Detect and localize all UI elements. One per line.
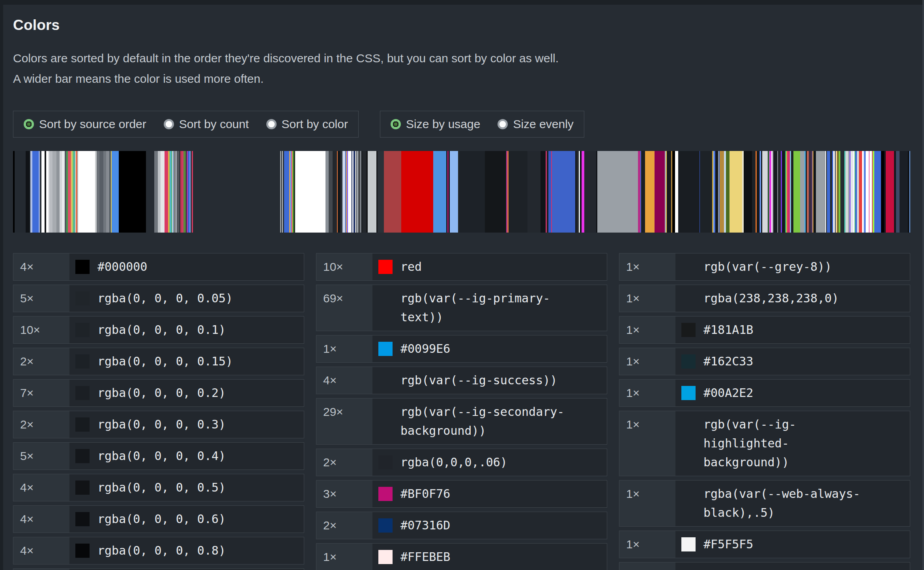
color-swatch — [378, 260, 393, 274]
color-cell: #07316D — [372, 512, 607, 539]
color-value: rgba(0, 0, 0, 0.3) — [97, 415, 226, 434]
spectrum-bar — [726, 151, 729, 233]
color-cell: rgba(0,0,0,.06) — [372, 449, 607, 476]
spectrum-bar — [106, 151, 109, 233]
color-swatch — [681, 291, 696, 305]
spectrum-bar — [146, 151, 155, 233]
color-row: 2×rgba(0, 0, 0, 0.3) — [13, 411, 304, 438]
color-value: rgba(var(--web-always-black),.5) — [703, 484, 872, 522]
color-row: 1×#181A1B — [619, 316, 910, 344]
color-cell: rgb(var(--grey-8)) — [675, 253, 910, 280]
color-row: 4×rgba(0, 0, 0, 0.8) — [13, 537, 304, 564]
section-description: Colors are sorted by default in the orde… — [13, 48, 910, 89]
spectrum-bar — [368, 151, 376, 233]
color-row: 1×#0099E6 — [316, 335, 607, 363]
radio-label: Size by usage — [406, 117, 480, 131]
radio-icon[interactable] — [266, 119, 277, 129]
radio-label: Size evenly — [513, 117, 573, 131]
spectrum-bar — [348, 151, 352, 233]
color-value: rgba(0, 0, 0, 0.8) — [97, 541, 226, 560]
spectrum-bar — [845, 151, 849, 233]
color-cell: rgba(0, 0, 0, 0.05) — [69, 285, 304, 312]
color-swatch — [378, 550, 393, 564]
radio-size-by-usage[interactable]: Size by usage — [391, 117, 480, 131]
color-value: #FFEBEB — [400, 548, 450, 566]
color-value: #00A2E2 — [703, 384, 753, 402]
radio-size-evenly[interactable]: Size evenly — [498, 117, 573, 131]
spectrum-bar — [896, 151, 900, 233]
spectrum-bar — [641, 151, 645, 233]
spectrum-bar — [909, 151, 910, 233]
color-usage-count: 1× — [316, 335, 372, 362]
color-palette-list: 4×#0000005×rgba(0, 0, 0, 0.05)10×rgba(0,… — [13, 253, 910, 570]
color-usage-count: 69× — [316, 285, 372, 331]
color-value: rgba(0, 0, 0, 0.1) — [97, 320, 226, 339]
spectrum-bar — [827, 151, 830, 233]
spectrum-bar — [509, 151, 528, 233]
spectrum-bar — [729, 151, 742, 233]
spectrum-bar — [15, 151, 26, 233]
spectrum-bar — [851, 151, 854, 233]
color-row: 4×rgba(0, 0, 0, 0.5) — [13, 474, 304, 501]
spectrum-bar — [112, 151, 118, 233]
color-row: 5×rgba(0, 0, 0, 0.4) — [13, 442, 304, 470]
color-cell: #F5F5F5 — [675, 531, 910, 558]
color-cell: rgba(238,238,238,0) — [675, 285, 910, 312]
color-row: 2×rgba(0, 0, 0, 0.15) — [13, 348, 304, 375]
spectrum-bar — [165, 151, 168, 233]
color-swatch — [75, 260, 90, 274]
spectrum-bar — [26, 151, 30, 233]
radio-sort-by-color[interactable]: Sort by color — [266, 117, 348, 131]
color-swatch — [378, 455, 393, 469]
spectrum-bar — [78, 151, 95, 233]
color-usage-count: 2× — [316, 449, 372, 476]
spectrum-bar — [541, 151, 546, 233]
color-swatch — [75, 544, 90, 558]
color-value: rgba(0, 0, 0, 0.2) — [97, 384, 226, 402]
spectrum-bar — [32, 151, 39, 233]
color-cell: rgba(0, 0, 0, 0.1) — [69, 317, 304, 343]
spectrum-bar — [793, 151, 800, 233]
color-swatch — [681, 386, 696, 400]
radio-icon[interactable] — [391, 119, 401, 129]
palette-column: 10×red69×rgb(var(--ig-primary-text))1×#0… — [316, 253, 607, 570]
radio-icon[interactable] — [498, 119, 508, 129]
radio-icon[interactable] — [164, 119, 174, 129]
color-usage-count: 1× — [619, 411, 675, 476]
radio-sort-by-source-order[interactable]: Sort by source order — [24, 117, 146, 131]
spectrum-bar — [667, 151, 671, 233]
spectrum-bar — [866, 151, 869, 233]
color-usage-count: 1× — [619, 481, 675, 526]
color-value: #162C33 — [703, 352, 753, 371]
color-row: 1×#FFEBEB — [316, 543, 607, 570]
color-swatch — [378, 342, 393, 356]
spectrum-bar — [584, 151, 596, 233]
spectrum-bar — [284, 151, 289, 233]
spectrum-bar — [678, 151, 700, 233]
color-cell: #000000 — [69, 253, 304, 280]
spectrum-bar — [800, 151, 804, 233]
color-swatch — [378, 518, 393, 533]
spectrum-bar — [333, 151, 337, 233]
color-swatch — [378, 487, 393, 501]
color-swatch — [681, 260, 696, 274]
color-row: 1×#162C33 — [619, 348, 910, 375]
spectrum-bar — [450, 151, 458, 233]
spectrum-bar — [773, 151, 777, 233]
spectrum-bar — [342, 151, 346, 233]
color-row: 69×rgb(var(--ig-primary-text)) — [316, 285, 607, 331]
radio-icon[interactable] — [24, 119, 34, 129]
color-swatch — [681, 323, 696, 337]
radio-label: Sort by color — [282, 117, 348, 131]
color-usage-count: 2× — [316, 512, 372, 539]
color-usage-count: 5× — [13, 443, 69, 469]
color-cell: #00A2E2 — [675, 380, 910, 406]
spectrum-bar — [362, 151, 366, 233]
color-row: 1×rgba(238,238,238,0) — [619, 285, 910, 312]
spectrum-bar — [384, 151, 401, 233]
radio-label: Sort by count — [179, 117, 249, 131]
color-value: #181A1B — [703, 320, 753, 339]
spectrum-bar — [325, 151, 329, 233]
color-row: 2×rgba(0,0,0,.06) — [316, 449, 607, 476]
radio-sort-by-count[interactable]: Sort by count — [164, 117, 249, 131]
